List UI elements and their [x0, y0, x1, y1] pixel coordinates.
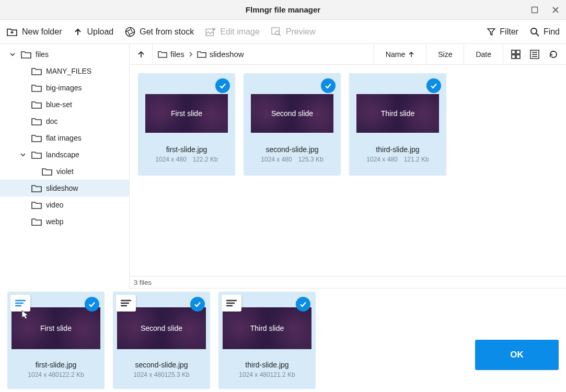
sort-size-label: Size [438, 50, 452, 59]
window-close-button[interactable] [545, 0, 566, 19]
list-icon [530, 50, 539, 59]
tree-item-doc[interactable]: doc [0, 113, 129, 130]
file-thumbnail: Second slide [251, 94, 333, 133]
file-thumbnail: First slide [11, 307, 100, 349]
tree-item-webp[interactable]: webp [0, 213, 129, 230]
tree-item-label: violet [56, 167, 74, 176]
file-thumbnail: First slide [145, 94, 228, 133]
file-name: first-slide.jpg [36, 361, 77, 369]
upload-icon [73, 27, 83, 37]
tree-item-violet[interactable]: violet [0, 163, 129, 180]
tree-item-label: landscape [46, 151, 79, 159]
file-name: third-slide.jpg [245, 361, 288, 369]
tree-item-label: video [46, 201, 63, 209]
sort-by-name[interactable]: Name [374, 44, 426, 64]
svg-rect-8 [512, 55, 515, 59]
tree-root-label: files [36, 50, 49, 59]
svg-rect-9 [516, 55, 520, 59]
tree-item-label: flat images [46, 134, 82, 142]
sort-by-date[interactable]: Date [464, 44, 503, 64]
selected-check-icon[interactable] [426, 78, 441, 93]
edit-image-icon [205, 27, 216, 37]
folder-icon [21, 50, 31, 59]
drag-handle[interactable] [222, 295, 241, 312]
selection-tray: First slide first-slide.jpg 1024 x 48012… [0, 289, 566, 392]
file-thumbnail: Third slide [356, 94, 439, 133]
tray-card[interactable]: Second slide second-slide.jpg 1024 x 480… [113, 292, 210, 389]
tray-card[interactable]: Third slide third-slide.jpg 1024 x 48012… [218, 292, 316, 389]
svg-point-5 [531, 28, 537, 34]
tree-item-blue-set[interactable]: blue-set [0, 96, 129, 113]
tree-item-landscape[interactable]: landscape [0, 146, 129, 163]
tree-item-slideshow[interactable]: slideshow [0, 180, 129, 197]
file-card[interactable]: First slide first-slide.jpg 1024 x 48012… [138, 73, 235, 176]
file-name: second-slide.jpg [265, 145, 318, 154]
chevron-right-icon [188, 51, 194, 57]
selected-check-icon[interactable] [215, 78, 230, 93]
selected-check-icon[interactable] [85, 297, 99, 312]
tree-item-flat-images[interactable]: flat images [0, 130, 129, 146]
tree-item-label: doc [46, 117, 58, 125]
tree-item-label: big-images [46, 84, 82, 92]
tree-root[interactable]: files [0, 46, 129, 63]
search-icon [530, 27, 539, 37]
svg-point-1 [126, 27, 135, 36]
tree-item-label: blue-set [46, 100, 72, 109]
file-meta: 1024 x 480121.2 Kb [366, 156, 429, 163]
window-title: Flmngr file manager [246, 5, 320, 14]
find-button[interactable]: Find [530, 27, 560, 37]
upload-label: Upload [87, 27, 113, 37]
refresh-icon [549, 50, 558, 59]
drag-handle[interactable] [116, 295, 136, 312]
drag-handle[interactable] [10, 295, 30, 312]
folder-icon [42, 167, 52, 176]
tray-card[interactable]: First slide first-slide.jpg 1024 x 48012… [7, 292, 105, 389]
folder-icon [197, 50, 206, 58]
folder-icon [158, 50, 167, 58]
file-card[interactable]: Second slide second-slide.jpg 1024 x 480… [244, 73, 341, 176]
go-up-button[interactable] [130, 44, 153, 64]
folder-icon [31, 151, 42, 159]
file-card[interactable]: Third slide third-slide.jpg 1024 x 48012… [349, 73, 446, 176]
file-meta: 1024 x 480121.2 Kb [239, 371, 295, 378]
get-stock-label: Get from stock [140, 27, 194, 37]
preview-button: Preview [271, 27, 316, 37]
folder-icon [31, 67, 42, 75]
breadcrumb-current[interactable]: slideshow [197, 50, 244, 59]
window-maximize-button[interactable] [524, 0, 545, 19]
breadcrumb: files slideshow [153, 44, 374, 64]
folder-icon [31, 84, 42, 92]
arrow-up-icon [137, 50, 145, 59]
refresh-button[interactable] [545, 46, 562, 63]
view-list-button[interactable] [526, 46, 543, 63]
view-grid-button[interactable] [507, 46, 524, 63]
tree-item-label: webp [46, 217, 63, 226]
main-toolbar: New folder Upload Get from stock Edit im… [0, 20, 566, 44]
tree-item-video[interactable]: video [0, 197, 129, 213]
file-meta: 1024 x 480125.3 Kb [133, 371, 189, 378]
sort-date-label: Date [476, 50, 491, 59]
get-from-stock-button[interactable]: Get from stock [125, 27, 194, 37]
folder-tree: filesMANY_FILESbig-imagesblue-setdocflat… [0, 44, 130, 289]
edit-image-label: Edit image [220, 27, 260, 37]
tree-item-big-images[interactable]: big-images [0, 79, 129, 96]
svg-rect-6 [512, 50, 515, 54]
file-name: second-slide.jpg [135, 361, 188, 369]
folder-icon [31, 201, 42, 209]
breadcrumb-current-label: slideshow [210, 50, 244, 59]
file-count: 3 files [134, 279, 152, 286]
new-folder-button[interactable]: New folder [6, 27, 62, 37]
selected-check-icon[interactable] [296, 297, 310, 312]
upload-button[interactable]: Upload [73, 27, 113, 37]
selected-check-icon[interactable] [190, 297, 205, 312]
breadcrumb-root[interactable]: files [158, 50, 184, 59]
sort-by-size[interactable]: Size [426, 44, 464, 64]
edit-image-button: Edit image [205, 27, 260, 37]
filter-label: Filter [500, 27, 518, 37]
folder-icon [31, 100, 42, 109]
file-meta: 1024 x 480122.2 Kb [28, 371, 84, 378]
folder-icon [31, 117, 42, 125]
filter-button[interactable]: Filter [487, 27, 518, 37]
selected-check-icon[interactable] [321, 78, 336, 93]
tree-item-MANY_FILES[interactable]: MANY_FILES [0, 63, 129, 79]
